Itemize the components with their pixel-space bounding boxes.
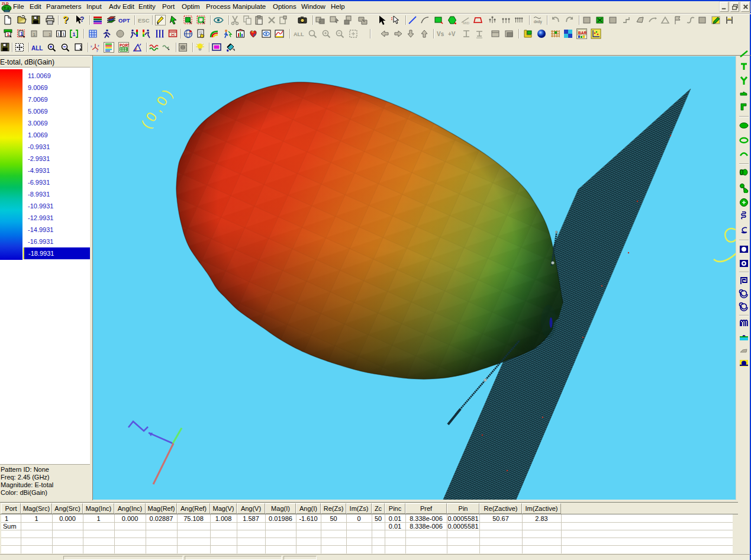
- svg-text:BAR: BAR: [578, 31, 586, 35]
- svg-text:ALL: ALL: [294, 31, 304, 37]
- svg-text:1: 1: [33, 32, 36, 37]
- svg-text:Vs: Vs: [437, 31, 444, 37]
- svg-text:x: x: [91, 44, 92, 48]
- svg-text:MID: MID: [463, 21, 470, 25]
- svg-text:z: z: [98, 44, 99, 47]
- svg-text:dxdy: dxdy: [534, 20, 542, 24]
- svg-text:1: 1: [57, 31, 60, 37]
- svg-text:ALL: ALL: [31, 45, 43, 52]
- svg-text:ESC: ESC: [138, 17, 150, 24]
- svg-text:OPT: OPT: [118, 17, 130, 24]
- svg-text:PORT: PORT: [120, 43, 129, 47]
- svg-text:1: 1: [62, 31, 65, 37]
- svg-text:1: 1: [7, 32, 10, 37]
- svg-text:1: 1: [73, 31, 76, 37]
- svg-text:1: 1: [49, 32, 51, 37]
- svg-text:1: 1: [20, 31, 23, 37]
- svg-text:?: ?: [80, 15, 84, 24]
- svg-text:ZLD: ZLD: [2, 2, 9, 5]
- svg-text:+V: +V: [448, 31, 456, 37]
- svg-text:?: ?: [63, 15, 69, 25]
